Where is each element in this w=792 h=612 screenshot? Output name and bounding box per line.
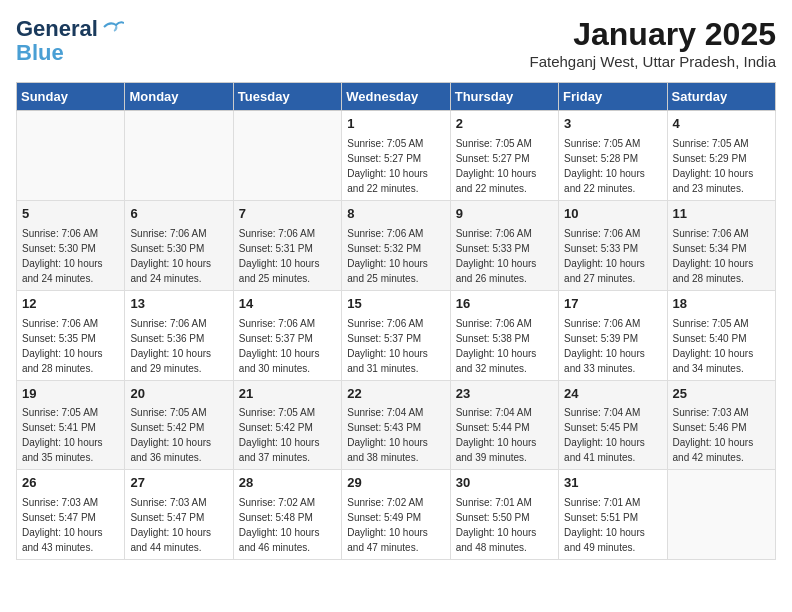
calendar-cell: 7Sunrise: 7:06 AMSunset: 5:31 PMDaylight…	[233, 200, 341, 290]
day-number: 23	[456, 385, 553, 404]
day-detail: Sunrise: 7:02 AMSunset: 5:49 PMDaylight:…	[347, 495, 444, 555]
day-number: 17	[564, 295, 661, 314]
calendar-cell: 3Sunrise: 7:05 AMSunset: 5:28 PMDaylight…	[559, 111, 667, 201]
day-detail: Sunrise: 7:04 AMSunset: 5:43 PMDaylight:…	[347, 405, 444, 465]
calendar-cell	[17, 111, 125, 201]
day-detail: Sunrise: 7:06 AMSunset: 5:30 PMDaylight:…	[22, 226, 119, 286]
calendar-cell: 25Sunrise: 7:03 AMSunset: 5:46 PMDayligh…	[667, 380, 775, 470]
day-number: 27	[130, 474, 227, 493]
day-number: 19	[22, 385, 119, 404]
location-title: Fatehganj West, Uttar Pradesh, India	[529, 53, 776, 70]
day-detail: Sunrise: 7:04 AMSunset: 5:45 PMDaylight:…	[564, 405, 661, 465]
day-detail: Sunrise: 7:05 AMSunset: 5:41 PMDaylight:…	[22, 405, 119, 465]
day-number: 24	[564, 385, 661, 404]
day-detail: Sunrise: 7:06 AMSunset: 5:34 PMDaylight:…	[673, 226, 770, 286]
weekday-header-wednesday: Wednesday	[342, 83, 450, 111]
weekday-header-friday: Friday	[559, 83, 667, 111]
calendar-cell: 31Sunrise: 7:01 AMSunset: 5:51 PMDayligh…	[559, 470, 667, 560]
day-number: 15	[347, 295, 444, 314]
logo: General Blue	[16, 16, 124, 64]
day-detail: Sunrise: 7:03 AMSunset: 5:46 PMDaylight:…	[673, 405, 770, 465]
day-detail: Sunrise: 7:03 AMSunset: 5:47 PMDaylight:…	[130, 495, 227, 555]
calendar-cell: 22Sunrise: 7:04 AMSunset: 5:43 PMDayligh…	[342, 380, 450, 470]
day-number: 6	[130, 205, 227, 224]
calendar-cell: 9Sunrise: 7:06 AMSunset: 5:33 PMDaylight…	[450, 200, 558, 290]
day-detail: Sunrise: 7:01 AMSunset: 5:51 PMDaylight:…	[564, 495, 661, 555]
day-detail: Sunrise: 7:01 AMSunset: 5:50 PMDaylight:…	[456, 495, 553, 555]
calendar-cell: 23Sunrise: 7:04 AMSunset: 5:44 PMDayligh…	[450, 380, 558, 470]
day-detail: Sunrise: 7:06 AMSunset: 5:35 PMDaylight:…	[22, 316, 119, 376]
calendar-cell: 27Sunrise: 7:03 AMSunset: 5:47 PMDayligh…	[125, 470, 233, 560]
calendar-cell: 10Sunrise: 7:06 AMSunset: 5:33 PMDayligh…	[559, 200, 667, 290]
day-detail: Sunrise: 7:05 AMSunset: 5:42 PMDaylight:…	[239, 405, 336, 465]
day-number: 25	[673, 385, 770, 404]
calendar-cell	[125, 111, 233, 201]
day-number: 13	[130, 295, 227, 314]
calendar-cell: 16Sunrise: 7:06 AMSunset: 5:38 PMDayligh…	[450, 290, 558, 380]
day-detail: Sunrise: 7:05 AMSunset: 5:27 PMDaylight:…	[456, 136, 553, 196]
logo-bird-icon	[102, 19, 124, 35]
day-detail: Sunrise: 7:06 AMSunset: 5:30 PMDaylight:…	[130, 226, 227, 286]
day-number: 3	[564, 115, 661, 134]
day-detail: Sunrise: 7:05 AMSunset: 5:29 PMDaylight:…	[673, 136, 770, 196]
calendar-cell: 11Sunrise: 7:06 AMSunset: 5:34 PMDayligh…	[667, 200, 775, 290]
day-number: 14	[239, 295, 336, 314]
calendar-cell: 14Sunrise: 7:06 AMSunset: 5:37 PMDayligh…	[233, 290, 341, 380]
calendar-cell: 26Sunrise: 7:03 AMSunset: 5:47 PMDayligh…	[17, 470, 125, 560]
day-detail: Sunrise: 7:06 AMSunset: 5:33 PMDaylight:…	[564, 226, 661, 286]
calendar-cell	[233, 111, 341, 201]
day-number: 4	[673, 115, 770, 134]
weekday-header-thursday: Thursday	[450, 83, 558, 111]
day-number: 8	[347, 205, 444, 224]
day-number: 30	[456, 474, 553, 493]
calendar-cell: 18Sunrise: 7:05 AMSunset: 5:40 PMDayligh…	[667, 290, 775, 380]
calendar-cell: 6Sunrise: 7:06 AMSunset: 5:30 PMDaylight…	[125, 200, 233, 290]
weekday-header-tuesday: Tuesday	[233, 83, 341, 111]
day-number: 12	[22, 295, 119, 314]
calendar-cell: 29Sunrise: 7:02 AMSunset: 5:49 PMDayligh…	[342, 470, 450, 560]
page-header: General Blue January 2025 Fatehganj West…	[16, 16, 776, 70]
day-detail: Sunrise: 7:03 AMSunset: 5:47 PMDaylight:…	[22, 495, 119, 555]
day-detail: Sunrise: 7:05 AMSunset: 5:28 PMDaylight:…	[564, 136, 661, 196]
weekday-header-row: SundayMondayTuesdayWednesdayThursdayFrid…	[17, 83, 776, 111]
title-block: January 2025 Fatehganj West, Uttar Prade…	[529, 16, 776, 70]
calendar-cell: 12Sunrise: 7:06 AMSunset: 5:35 PMDayligh…	[17, 290, 125, 380]
calendar-cell: 13Sunrise: 7:06 AMSunset: 5:36 PMDayligh…	[125, 290, 233, 380]
day-detail: Sunrise: 7:06 AMSunset: 5:31 PMDaylight:…	[239, 226, 336, 286]
day-number: 26	[22, 474, 119, 493]
day-number: 31	[564, 474, 661, 493]
calendar-cell: 28Sunrise: 7:02 AMSunset: 5:48 PMDayligh…	[233, 470, 341, 560]
day-detail: Sunrise: 7:06 AMSunset: 5:38 PMDaylight:…	[456, 316, 553, 376]
day-number: 20	[130, 385, 227, 404]
day-number: 9	[456, 205, 553, 224]
weekday-header-saturday: Saturday	[667, 83, 775, 111]
day-detail: Sunrise: 7:05 AMSunset: 5:27 PMDaylight:…	[347, 136, 444, 196]
day-number: 16	[456, 295, 553, 314]
weekday-header-monday: Monday	[125, 83, 233, 111]
day-number: 2	[456, 115, 553, 134]
calendar-cell: 21Sunrise: 7:05 AMSunset: 5:42 PMDayligh…	[233, 380, 341, 470]
calendar-cell: 24Sunrise: 7:04 AMSunset: 5:45 PMDayligh…	[559, 380, 667, 470]
calendar-table: SundayMondayTuesdayWednesdayThursdayFrid…	[16, 82, 776, 560]
day-detail: Sunrise: 7:06 AMSunset: 5:32 PMDaylight:…	[347, 226, 444, 286]
day-number: 28	[239, 474, 336, 493]
calendar-week-2: 5Sunrise: 7:06 AMSunset: 5:30 PMDaylight…	[17, 200, 776, 290]
calendar-cell: 15Sunrise: 7:06 AMSunset: 5:37 PMDayligh…	[342, 290, 450, 380]
day-number: 1	[347, 115, 444, 134]
day-number: 29	[347, 474, 444, 493]
day-detail: Sunrise: 7:06 AMSunset: 5:36 PMDaylight:…	[130, 316, 227, 376]
calendar-cell: 30Sunrise: 7:01 AMSunset: 5:50 PMDayligh…	[450, 470, 558, 560]
day-detail: Sunrise: 7:04 AMSunset: 5:44 PMDaylight:…	[456, 405, 553, 465]
day-detail: Sunrise: 7:05 AMSunset: 5:42 PMDaylight:…	[130, 405, 227, 465]
calendar-cell	[667, 470, 775, 560]
calendar-cell: 8Sunrise: 7:06 AMSunset: 5:32 PMDaylight…	[342, 200, 450, 290]
calendar-week-4: 19Sunrise: 7:05 AMSunset: 5:41 PMDayligh…	[17, 380, 776, 470]
calendar-week-1: 1Sunrise: 7:05 AMSunset: 5:27 PMDaylight…	[17, 111, 776, 201]
logo-blue: Blue	[16, 42, 64, 64]
month-title: January 2025	[529, 16, 776, 53]
day-number: 11	[673, 205, 770, 224]
calendar-cell: 5Sunrise: 7:06 AMSunset: 5:30 PMDaylight…	[17, 200, 125, 290]
day-number: 22	[347, 385, 444, 404]
day-number: 21	[239, 385, 336, 404]
day-detail: Sunrise: 7:05 AMSunset: 5:40 PMDaylight:…	[673, 316, 770, 376]
